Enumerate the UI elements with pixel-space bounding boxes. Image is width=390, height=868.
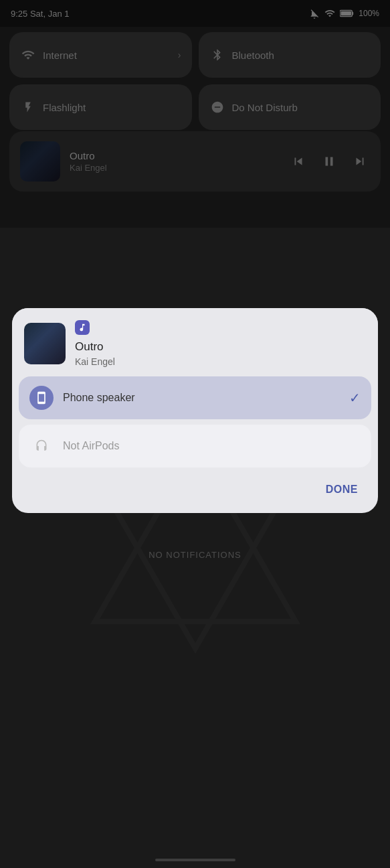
modal-app-icon <box>75 320 90 335</box>
modal-song-title: Outro <box>75 340 115 354</box>
audio-option-not-airpods[interactable]: Not AirPods <box>19 425 371 467</box>
phone-speaker-icon-bg <box>29 386 54 410</box>
modal-thumbnail <box>24 323 66 364</box>
airpods-icon-bg <box>29 434 54 458</box>
audio-selected-check: ✓ <box>349 390 361 406</box>
not-airpods-label: Not AirPods <box>63 440 119 452</box>
modal-song-info: Outro Kai Engel <box>75 320 115 367</box>
done-button[interactable]: DONE <box>318 478 366 501</box>
phone-speaker-label: Phone speaker <box>63 392 135 404</box>
modal-footer: DONE <box>12 474 378 513</box>
audio-option-phone-speaker[interactable]: Phone speaker ✓ <box>19 376 371 419</box>
modal-header: Outro Kai Engel <box>12 308 378 376</box>
modal-song-artist: Kai Engel <box>75 356 115 367</box>
audio-options-list: Phone speaker ✓ Not AirPods <box>12 376 378 474</box>
audio-output-modal: Outro Kai Engel Phone speaker ✓ Not AirP… <box>12 308 378 513</box>
